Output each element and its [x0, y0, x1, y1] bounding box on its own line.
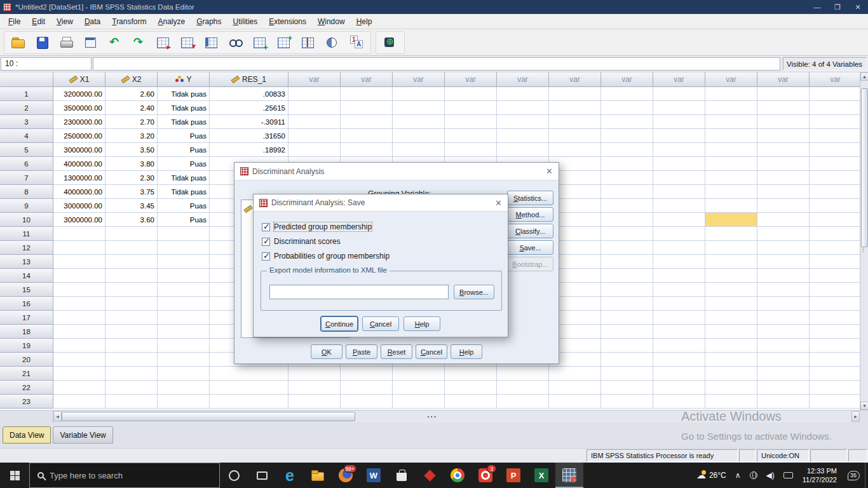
var-cell[interactable]: [653, 101, 705, 115]
var-cell[interactable]: [288, 381, 341, 395]
data-cell[interactable]: [210, 395, 288, 409]
recall-dialogs-button[interactable]: [79, 32, 103, 53]
cell-editor-input[interactable]: [93, 57, 780, 71]
word-taskbar-button[interactable]: [360, 463, 388, 488]
var-cell[interactable]: [549, 381, 601, 395]
var-cell[interactable]: [705, 269, 757, 283]
adobe-taskbar-button[interactable]: [416, 463, 444, 488]
var-cell[interactable]: [601, 213, 653, 227]
column-header-y[interactable]: Y: [158, 72, 210, 87]
vertical-scroll-thumb[interactable]: [861, 88, 868, 247]
data-cell[interactable]: 2300000.00: [53, 115, 105, 129]
data-cell[interactable]: .18992: [210, 143, 288, 157]
var-cell[interactable]: [810, 241, 860, 255]
data-cell[interactable]: 2500000.00: [53, 129, 105, 143]
menu-extensions[interactable]: Extensions: [263, 15, 312, 28]
var-cell[interactable]: [653, 87, 705, 101]
row-number[interactable]: 10: [0, 213, 53, 227]
var-cell[interactable]: [757, 241, 810, 255]
var-cell[interactable]: [393, 115, 445, 129]
var-cell[interactable]: [757, 213, 810, 227]
var-cell[interactable]: [757, 199, 810, 213]
spss-taskbar-button[interactable]: [555, 463, 583, 488]
var-cell[interactable]: [705, 325, 757, 339]
var-cell[interactable]: [653, 325, 705, 339]
row-number[interactable]: 3: [0, 115, 53, 129]
data-cell[interactable]: 3500000.00: [53, 101, 105, 115]
var-cell[interactable]: [601, 171, 653, 185]
data-cell[interactable]: 2.70: [105, 115, 158, 129]
var-cell[interactable]: [601, 395, 653, 409]
var-cell[interactable]: [601, 199, 653, 213]
var-cell[interactable]: [601, 115, 653, 129]
notification-center-button[interactable]: 35: [842, 463, 865, 488]
row-number[interactable]: 12: [0, 241, 53, 255]
var-cell[interactable]: [341, 87, 393, 101]
var-cell[interactable]: [705, 171, 757, 185]
continue-button[interactable]: Continue: [321, 316, 358, 331]
row-number[interactable]: 7: [0, 171, 53, 185]
variables-button[interactable]: [200, 32, 224, 53]
var-cell[interactable]: [653, 311, 705, 325]
var-cell[interactable]: [393, 87, 445, 101]
var-cell[interactable]: [653, 367, 705, 381]
var-cell[interactable]: [705, 87, 757, 101]
var-cell[interactable]: [288, 101, 341, 115]
var-cell[interactable]: [601, 283, 653, 297]
data-cell[interactable]: 3.20: [105, 129, 158, 143]
var-cell[interactable]: [757, 367, 810, 381]
data-cell[interactable]: 2.30: [105, 171, 158, 185]
data-cell[interactable]: [53, 395, 105, 409]
var-cell[interactable]: [810, 367, 860, 381]
column-header-var[interactable]: var: [341, 72, 393, 87]
menu-window[interactable]: Window: [312, 15, 351, 28]
var-cell[interactable]: [653, 255, 705, 269]
var-cell[interactable]: [757, 87, 810, 101]
redo-button[interactable]: [127, 32, 151, 53]
var-cell[interactable]: [705, 353, 757, 367]
var-cell[interactable]: [601, 255, 653, 269]
var-cell[interactable]: [393, 129, 445, 143]
var-cell[interactable]: [705, 283, 757, 297]
data-cell[interactable]: -.30911: [210, 115, 288, 129]
data-cell[interactable]: Tidak puas: [158, 115, 210, 129]
var-cell[interactable]: [705, 339, 757, 353]
row-number[interactable]: 1: [0, 87, 53, 101]
data-cell[interactable]: [210, 367, 288, 381]
menu-analyze[interactable]: Analyze: [152, 15, 191, 28]
data-cell[interactable]: [105, 381, 158, 395]
var-cell[interactable]: [601, 297, 653, 311]
var-cell[interactable]: [757, 143, 810, 157]
data-cell[interactable]: Puas: [158, 213, 210, 227]
row-number[interactable]: 22: [0, 381, 53, 395]
data-cell[interactable]: [53, 297, 105, 311]
data-cell[interactable]: 3.45: [105, 199, 158, 213]
scroll-up-button[interactable]: ▲: [860, 72, 868, 81]
data-cell[interactable]: Tidak puas: [158, 87, 210, 101]
excel-taskbar-button[interactable]: [527, 463, 555, 488]
var-cell[interactable]: [705, 367, 757, 381]
data-cell[interactable]: [53, 381, 105, 395]
var-cell[interactable]: [757, 101, 810, 115]
data-cell[interactable]: [105, 311, 158, 325]
show-desktop-button[interactable]: [865, 463, 868, 488]
var-cell[interactable]: [653, 143, 705, 157]
menu-data[interactable]: Data: [79, 15, 106, 28]
use-variable-sets-button[interactable]: [378, 32, 402, 53]
column-header-x1[interactable]: X1: [53, 72, 105, 87]
minimize-button[interactable]: —: [807, 0, 827, 14]
data-cell[interactable]: [158, 255, 210, 269]
row-number[interactable]: 6: [0, 157, 53, 171]
data-cell[interactable]: [158, 241, 210, 255]
var-cell[interactable]: [601, 157, 653, 171]
var-cell[interactable]: [601, 381, 653, 395]
data-cell[interactable]: Puas: [158, 129, 210, 143]
var-cell[interactable]: [705, 213, 757, 227]
var-cell[interactable]: [393, 101, 445, 115]
row-number[interactable]: 13: [0, 255, 53, 269]
var-cell[interactable]: [497, 115, 549, 129]
var-cell[interactable]: [288, 395, 341, 409]
cortana-taskbar-button[interactable]: [220, 463, 248, 488]
menu-help[interactable]: Help: [351, 15, 378, 28]
var-cell[interactable]: [653, 185, 705, 199]
